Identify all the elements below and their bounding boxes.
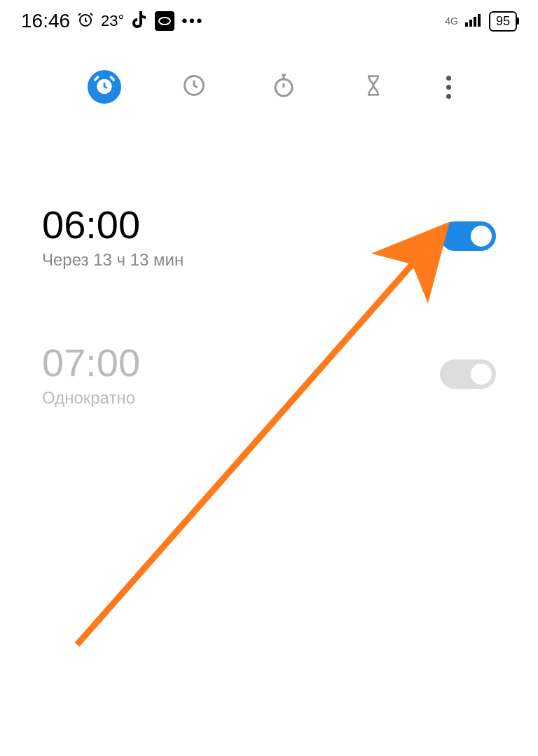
status-bar-right: 4G 95 — [445, 11, 517, 32]
tab-timer[interactable] — [357, 70, 390, 104]
alarm-info: 06:00 Через 13 ч 13 мин — [42, 202, 184, 270]
svg-point-1 — [159, 18, 170, 25]
alarm-info: 07:00 Однократно — [42, 340, 140, 408]
network-type: 4G — [445, 15, 458, 27]
alarm-toggle[interactable] — [440, 221, 496, 251]
tab-stopwatch[interactable] — [267, 70, 301, 104]
menu-button[interactable] — [446, 76, 451, 99]
tiktok-icon — [131, 10, 148, 32]
toggle-knob — [471, 226, 492, 247]
alarm-list: 06:00 Через 13 ч 13 мин 07:00 Однократно — [0, 125, 538, 408]
status-more-icon: ••• — [181, 11, 203, 31]
svg-rect-2 — [465, 22, 468, 27]
alarm-subtitle: Через 13 ч 13 мин — [42, 250, 184, 270]
status-temperature: 23° — [101, 12, 124, 30]
svg-rect-3 — [469, 20, 472, 27]
stopwatch-icon — [271, 73, 296, 101]
status-bar-left: 16:46 23° ••• — [21, 10, 204, 32]
tab-bar — [0, 49, 538, 125]
alarm-item[interactable]: 07:00 Однократно — [42, 340, 496, 408]
app-icon — [155, 11, 174, 31]
battery-indicator: 95 — [489, 11, 517, 32]
dot-icon — [446, 85, 451, 90]
hourglass-icon — [362, 73, 385, 101]
dot-icon — [446, 94, 451, 99]
svg-rect-5 — [478, 14, 481, 27]
dot-icon — [446, 76, 451, 81]
tab-clock[interactable] — [177, 70, 211, 104]
signal-icon — [465, 13, 482, 29]
alarm-time: 07:00 — [42, 340, 140, 385]
alarm-clock-icon — [77, 11, 94, 31]
alarm-toggle[interactable] — [440, 359, 496, 389]
alarm-icon — [93, 74, 116, 99]
status-time: 16:46 — [21, 10, 70, 32]
alarm-time: 06:00 — [42, 202, 184, 247]
alarm-subtitle: Однократно — [42, 388, 140, 408]
alarm-item[interactable]: 06:00 Через 13 ч 13 мин — [42, 202, 496, 270]
svg-rect-4 — [474, 17, 476, 27]
toggle-knob — [471, 364, 492, 385]
tab-alarm[interactable] — [88, 70, 121, 104]
clock-icon — [181, 73, 207, 101]
status-bar: 16:46 23° ••• 4G — [0, 0, 538, 42]
